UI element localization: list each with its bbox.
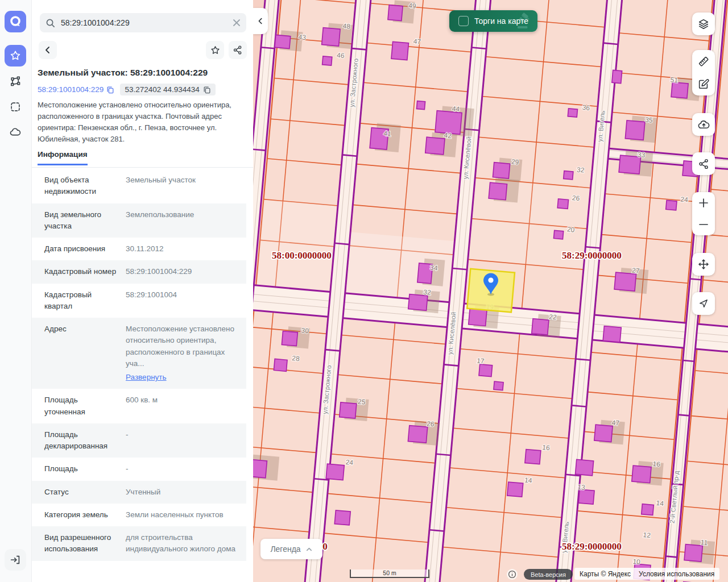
upload-button[interactable]: [692, 113, 715, 136]
attribution-terms-link[interactable]: Условия использования: [639, 570, 714, 578]
parcel-number: 14: [524, 476, 533, 485]
attribution-provider[interactable]: Карты © Яндекс: [580, 570, 631, 578]
building: [391, 41, 409, 60]
info-panel: Земельный участок: 58:29:1001004:229 58:…: [31, 0, 253, 582]
chevron-left-icon: [257, 17, 264, 25]
cadastral-map[interactable]: 4348463028494741444234322526242919221716…: [253, 0, 728, 582]
info-row-label: Площадь: [44, 463, 119, 475]
sidebar-item-select-polygon[interactable]: [5, 70, 26, 92]
building: [568, 109, 577, 117]
building: [282, 331, 297, 346]
parcel-number: 30: [301, 326, 309, 335]
info-row: Площадь декларированная-: [31, 423, 246, 458]
building: [671, 82, 688, 98]
building: [614, 272, 636, 291]
sidebar-item-cloud[interactable]: [5, 122, 26, 143]
building: [253, 459, 267, 478]
cloud-upload-icon: [697, 118, 710, 131]
coordinates-chip[interactable]: 53.272402 44.934434: [120, 84, 215, 95]
info-row-label: Дата присвоения: [44, 243, 119, 255]
info-row-label: Площадь уточненная: [44, 394, 119, 418]
info-button[interactable]: [507, 569, 518, 580]
cadastral-number-chip[interactable]: 58:29:1001004:229: [38, 85, 114, 94]
sign-in-button[interactable]: [5, 549, 26, 571]
zoom-out-button[interactable]: [698, 219, 709, 230]
info-row: Вид разрешенного использованиядля строит…: [31, 526, 246, 561]
info-row: Категория земельЗемли населенных пунктов: [31, 504, 246, 526]
auctions-on-map-toggle[interactable]: Торги на карте: [449, 10, 537, 32]
info-row-label: Кадастровый квартал: [44, 289, 119, 313]
tab-bar: Информация: [31, 149, 253, 168]
zoom-in-button[interactable]: [698, 197, 709, 209]
legend-button[interactable]: Легенда: [260, 539, 322, 559]
parcel-number: 24: [345, 458, 354, 467]
sidebar-item-select-area[interactable]: [5, 96, 26, 118]
edit-icon[interactable]: [697, 78, 710, 90]
building: [553, 230, 563, 239]
info-row: Вид объекта недвижимостиЗемельный участо…: [31, 169, 246, 203]
share-map-button[interactable]: [692, 152, 715, 175]
navigation-arrow-icon: [698, 298, 709, 309]
building: [666, 200, 677, 210]
info-row-label: Статус: [44, 487, 119, 498]
parcel-number: 46: [337, 51, 345, 60]
cadastral-zone-label: 58:29:0000000: [562, 541, 622, 552]
info-row-value: -: [119, 429, 239, 452]
search-input[interactable]: [60, 18, 228, 28]
pan-mode-button[interactable]: [692, 253, 715, 276]
search-icon: [46, 18, 55, 28]
scale-bar: 50 m: [350, 569, 429, 578]
ruler-icon[interactable]: [697, 55, 710, 68]
parcel-number: 13: [577, 483, 586, 492]
info-row: Кадастровый квартал58:29:1001004: [31, 284, 246, 318]
map-container[interactable]: 4348463028494741444234322526242919221716…: [253, 0, 728, 582]
info-row-value: 58:29:1001004: [119, 289, 239, 313]
locate-me-button[interactable]: [692, 292, 715, 315]
info-row-label: Площадь декларированная: [44, 429, 119, 452]
beta-badge: Beta-версия: [524, 569, 573, 580]
copy-icon[interactable]: [106, 86, 114, 94]
building: [388, 5, 403, 21]
parcel-number: 42: [444, 131, 452, 140]
parcel-number: 32: [423, 288, 432, 297]
parcel-number: 41: [383, 130, 392, 138]
parcel-number: 22: [549, 313, 557, 321]
polygon-select-icon: [9, 75, 22, 88]
building: [532, 319, 549, 335]
building: [684, 544, 702, 562]
building: [469, 309, 487, 326]
tab-information[interactable]: Информация: [38, 150, 88, 165]
building: [575, 459, 593, 476]
auctions-checkbox[interactable]: [458, 16, 469, 26]
building: [425, 137, 445, 155]
building: [274, 359, 287, 371]
info-row-label: Адрес: [44, 323, 119, 383]
cadastral-number-text: 58:29:1001004:229: [38, 85, 104, 94]
parcel-number: 17: [477, 356, 485, 365]
expand-link[interactable]: Развернуть: [126, 372, 167, 383]
object-description: Местоположение установлено относительно …: [38, 99, 247, 146]
info-row: Площадь уточненная600 кв. м: [31, 389, 246, 423]
sign-in-icon: [9, 554, 22, 566]
gavel-icon: [515, 13, 534, 31]
share-button[interactable]: [229, 41, 247, 59]
sidebar-item-favorites[interactable]: [5, 45, 26, 66]
back-button[interactable]: [39, 41, 57, 59]
copy-icon[interactable]: [203, 86, 211, 94]
app-logo[interactable]: [5, 11, 26, 32]
layers-icon: [697, 18, 710, 30]
layers-button[interactable]: [692, 13, 715, 35]
parcel-number: 47: [611, 419, 620, 427]
info-row-value: Землепользование: [119, 209, 239, 232]
search-bar: [40, 13, 246, 32]
building: [507, 482, 523, 497]
info-row: Вид земельного участкаЗемлепользование: [31, 203, 246, 238]
scale-label: 50 m: [383, 569, 396, 576]
collapse-panel-button[interactable]: [253, 8, 268, 34]
parcel-number: 24: [680, 196, 689, 204]
favorite-button[interactable]: [206, 41, 224, 59]
info-row-label: Категория земель: [44, 509, 119, 521]
clear-search-icon[interactable]: [233, 19, 241, 27]
chevron-up-icon: [305, 546, 313, 553]
parcel-number: 34: [430, 264, 439, 272]
